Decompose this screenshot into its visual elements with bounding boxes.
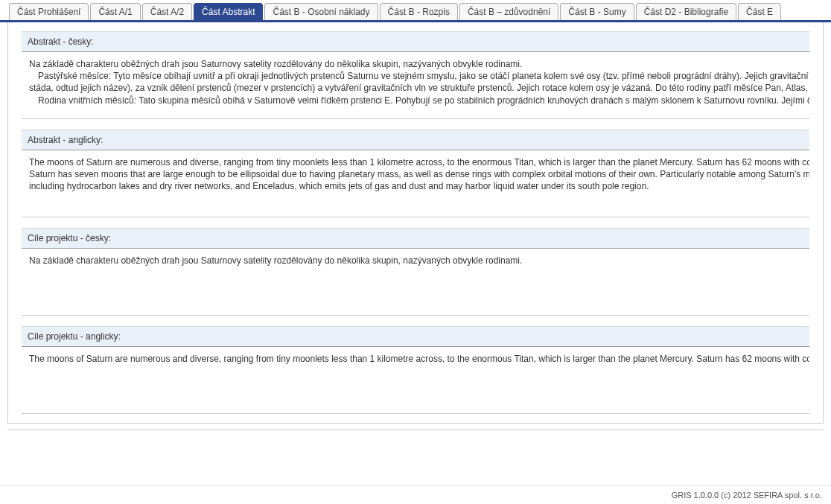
- section-header-cile-en: Cíle projektu - anglicky:: [22, 326, 809, 347]
- tab-a2[interactable]: Část A/2: [142, 3, 192, 20]
- text-line: Pastýřské měsíce: Tyto měsíce obíhají uv…: [29, 70, 802, 82]
- tab-b-osobni-naklady[interactable]: Část B - Osobní náklady: [264, 3, 378, 20]
- footer-text: GRIS 1.0.0.0 (c) 2012 SEFIRA spol. s r.o…: [0, 485, 831, 504]
- section-header-cile-cz: Cíle projektu - česky:: [22, 228, 809, 249]
- tab-b-rozpis[interactable]: Část B - Rozpis: [380, 3, 458, 20]
- section-body-cile-cz[interactable]: Na základě charakteru oběžných drah jsou…: [22, 249, 809, 316]
- tab-prohlaseni[interactable]: Část Prohlášení: [9, 3, 89, 20]
- tab-bar: Část Prohlášení Část A/1 Část A/2 Část A…: [0, 0, 831, 22]
- section-body-abstrakt-cz[interactable]: Na základě charakteru oběžných drah jsou…: [22, 52, 809, 119]
- text-line: The moons of Saturn are numerous and div…: [29, 353, 802, 365]
- section-body-cile-en[interactable]: The moons of Saturn are numerous and div…: [22, 347, 809, 414]
- text-line: including hydrocarbon lakes and dry rive…: [29, 180, 802, 192]
- tab-b-zduvodneni[interactable]: Část B – zdůvodnění: [459, 3, 558, 20]
- text-line: Rodina vnitřních měsíců: Tato skupina mě…: [29, 95, 802, 106]
- text-line: Na základě charakteru oběžných drah jsou…: [29, 58, 802, 70]
- text-line: stáda, odtud jejich název), za vznik děl…: [29, 82, 802, 94]
- tab-e[interactable]: Část E: [738, 3, 781, 20]
- text-line: Na základě charakteru oběžných drah jsou…: [29, 255, 802, 267]
- tab-abstrakt[interactable]: Část Abstrakt: [194, 3, 263, 20]
- tab-b-sumy[interactable]: Část B - Sumy: [560, 3, 634, 20]
- text-line: The moons of Saturn are numerous and div…: [29, 156, 802, 168]
- tab-a1[interactable]: Část A/1: [90, 3, 140, 20]
- text-line: Saturn has seven moons that are large en…: [29, 168, 802, 180]
- section-header-abstrakt-cz: Abstrakt - česky:: [22, 31, 809, 52]
- section-header-abstrakt-en: Abstrakt - anglicky:: [22, 130, 809, 150]
- divider: [7, 430, 824, 430]
- tab-content: Abstrakt - česky: Na základě charakteru …: [7, 22, 824, 424]
- section-body-abstrakt-en[interactable]: The moons of Saturn are numerous and div…: [22, 150, 809, 217]
- tab-d2-bibliografie[interactable]: Část D2 - Bibliografie: [636, 3, 736, 20]
